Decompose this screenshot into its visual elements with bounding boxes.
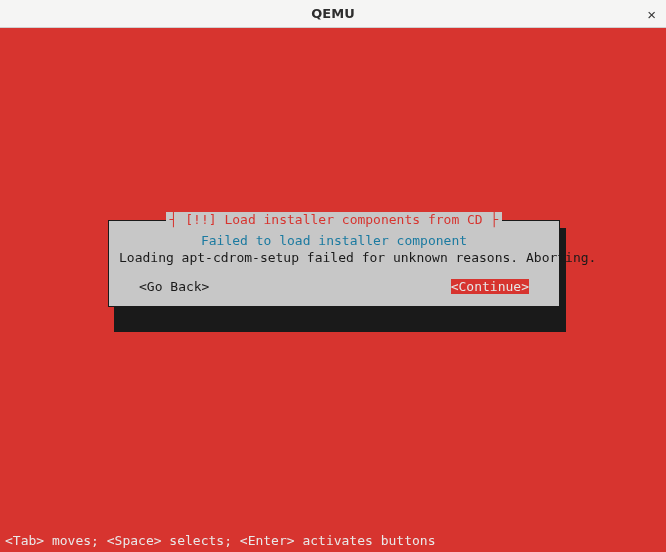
terminal-inner: ┤ [!!] Load installer components from CD…	[2, 30, 664, 550]
window-title: QEMU	[311, 6, 354, 21]
terminal-area: ┤ [!!] Load installer components from CD…	[0, 28, 666, 552]
dialog-subtitle: Failed to load installer component	[119, 233, 549, 248]
dialog-buttons: <Go Back> <Continue>	[119, 279, 549, 296]
dialog-title: ┤ [!!] Load installer components from CD…	[166, 212, 503, 227]
continue-button[interactable]: <Continue>	[451, 279, 529, 294]
close-icon[interactable]: ×	[647, 6, 656, 21]
go-back-button[interactable]: <Go Back>	[139, 279, 209, 294]
help-bar: <Tab> moves; <Space> selects; <Enter> ac…	[5, 533, 435, 548]
titlebar: QEMU ×	[0, 0, 666, 28]
dialog-message: Loading apt-cdrom-setup failed for unkno…	[119, 250, 549, 265]
dialog-title-wrapper: ┤ [!!] Load installer components from CD…	[119, 212, 549, 227]
error-dialog: ┤ [!!] Load installer components from CD…	[108, 220, 560, 307]
